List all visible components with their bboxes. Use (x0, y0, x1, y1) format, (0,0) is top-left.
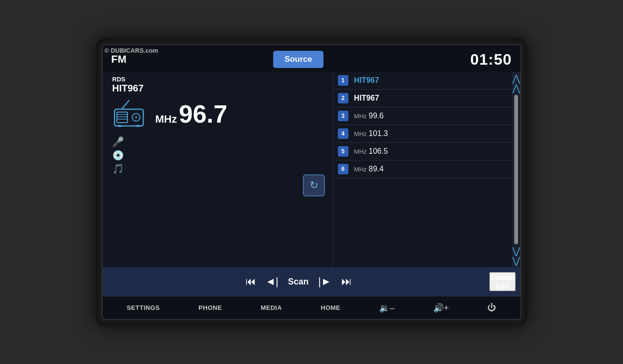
svg-rect-8 (118, 125, 122, 127)
station-list: 1 HIT967 2 HIT967 3 MHz 99.6 4 MHz (333, 72, 512, 267)
nav-media[interactable]: MEDIA (261, 304, 282, 311)
station-num-6: 6 (338, 164, 348, 174)
mhz-value: 96.7 (179, 100, 227, 128)
refresh-icon: ↻ (310, 179, 318, 192)
station-freq-label-5: MHz (354, 148, 367, 155)
station-freq-4: 101.3 (369, 129, 388, 138)
power-icon[interactable]: ⏻ (487, 303, 496, 313)
rewind-button[interactable]: ◄| (265, 275, 279, 288)
station-name-2: HIT967 (354, 94, 379, 102)
main-content: RDS HIT967 (103, 72, 520, 267)
svg-line-7 (122, 101, 129, 109)
station-item-1[interactable]: 1 HIT967 (333, 72, 512, 90)
bottom-nav: SETTINGS PHONE MEDIA HOME 🔉– 🔊+ ⏻ (103, 296, 520, 319)
top-bar: FM Source 01:50 (103, 45, 520, 72)
station-freq-label-6: MHz (354, 166, 367, 173)
station-item-5[interactable]: 5 MHz 106.5 (333, 143, 512, 160)
microphone-icon: 🎤 (112, 136, 325, 148)
radio-icon-area: MHz 96.7 (112, 100, 325, 128)
station-freq-3: 99.6 (369, 112, 383, 120)
station-freq-label-4: MHz (354, 130, 367, 137)
next-button[interactable]: ⏭ (341, 275, 352, 288)
station-name-1: HIT967 (354, 76, 379, 85)
current-station-name: HIT967 (112, 83, 325, 94)
play-button[interactable]: |► (318, 275, 332, 288)
prev-button[interactable]: ⏮ (245, 275, 256, 288)
mhz-display: MHz 96.7 (155, 100, 227, 128)
scroll-thumb[interactable] (514, 95, 518, 244)
station-item-3[interactable]: 3 MHz 99.6 (333, 107, 512, 125)
scrollbar[interactable]: ⋀⋀ ⋁⋁ (512, 72, 520, 267)
left-panel: RDS HIT967 (103, 72, 333, 267)
volume-down-icon[interactable]: 🔉– (379, 303, 394, 313)
scan-button[interactable]: Scan (288, 277, 309, 287)
station-list-button[interactable]: StationList (489, 272, 516, 291)
scroll-up-arrow[interactable]: ⋀⋀ (512, 74, 520, 93)
station-freq-label-3: MHz (354, 113, 367, 120)
station-num-2: 2 (338, 93, 348, 103)
station-freq-6: 89.4 (369, 165, 383, 173)
station-num-4: 4 (338, 128, 348, 139)
svg-rect-1 (117, 112, 127, 123)
svg-point-6 (135, 116, 137, 118)
rds-label: RDS (112, 76, 325, 83)
scroll-down-arrow[interactable]: ⋁⋁ (512, 246, 520, 265)
mhz-unit: MHz (155, 113, 177, 125)
fm-label: FM (111, 53, 127, 66)
svg-rect-9 (136, 125, 140, 127)
station-num-1: 1 (338, 75, 348, 86)
music-icon: 🎵 (112, 163, 325, 174)
disc-icon: 💿 (112, 149, 325, 161)
icon-row: 🎤 💿 🎵 (112, 136, 325, 174)
station-num-3: 3 (338, 111, 348, 121)
right-panel: 1 HIT967 2 HIT967 3 MHz 99.6 4 MHz (333, 72, 520, 267)
source-button[interactable]: Source (273, 51, 324, 68)
playback-controls: ⏮ ◄| Scan |► ⏭ (107, 275, 489, 288)
clock-display: 01:50 (470, 51, 512, 68)
refresh-button[interactable]: ↻ (303, 174, 325, 196)
scan-area: ↻ (112, 174, 325, 201)
volume-up-icon[interactable]: 🔊+ (433, 303, 449, 313)
station-item-2[interactable]: 2 HIT967 (333, 90, 512, 107)
station-freq-5: 106.5 (369, 147, 388, 156)
nav-home[interactable]: HOME (321, 304, 340, 311)
station-info: RDS HIT967 (112, 76, 325, 94)
playback-bar: ⏮ ◄| Scan |► ⏭ StationList (103, 267, 520, 296)
nav-phone[interactable]: PHONE (198, 304, 222, 311)
station-item-4[interactable]: 4 MHz 101.3 (333, 125, 512, 143)
radio-icon (112, 100, 146, 128)
watermark: © DUBICARS.com (104, 47, 158, 54)
nav-settings[interactable]: SETTINGS (127, 304, 160, 311)
station-num-5: 5 (338, 146, 348, 157)
station-item-6[interactable]: 6 MHz 89.4 (333, 160, 512, 178)
